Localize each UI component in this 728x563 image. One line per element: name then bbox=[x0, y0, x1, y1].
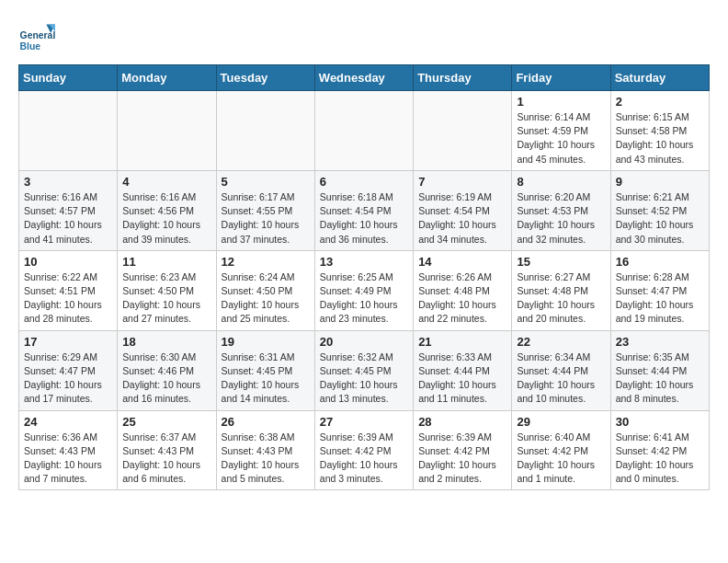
day-info: Sunrise: 6:25 AM Sunset: 4:49 PM Dayligh… bbox=[320, 270, 408, 327]
day-info: Sunrise: 6:38 AM Sunset: 4:43 PM Dayligh… bbox=[222, 431, 310, 487]
day-info: Sunrise: 6:39 AM Sunset: 4:42 PM Dayligh… bbox=[320, 431, 408, 487]
day-number: 3 bbox=[24, 175, 112, 189]
day-number: 20 bbox=[320, 335, 408, 349]
day-number: 12 bbox=[222, 255, 310, 269]
day-number: 10 bbox=[24, 255, 112, 269]
calendar-cell: 29Sunrise: 6:40 AM Sunset: 4:42 PM Dayli… bbox=[512, 410, 610, 490]
day-number: 30 bbox=[616, 415, 704, 429]
day-info: Sunrise: 6:27 AM Sunset: 4:48 PM Dayligh… bbox=[517, 270, 605, 327]
day-number: 21 bbox=[418, 335, 506, 349]
day-info: Sunrise: 6:29 AM Sunset: 4:47 PM Dayligh… bbox=[24, 350, 112, 407]
calendar-cell: 6Sunrise: 6:18 AM Sunset: 4:54 PM Daylig… bbox=[314, 170, 413, 250]
week-row-3: 10Sunrise: 6:22 AM Sunset: 4:51 PM Dayli… bbox=[19, 250, 710, 330]
day-info: Sunrise: 6:36 AM Sunset: 4:43 PM Dayligh… bbox=[24, 431, 112, 487]
day-number: 6 bbox=[320, 175, 408, 189]
weekday-header-row: SundayMondayTuesdayWednesdayThursdayFrid… bbox=[19, 65, 710, 91]
day-info: Sunrise: 6:37 AM Sunset: 4:43 PM Dayligh… bbox=[122, 431, 210, 487]
day-info: Sunrise: 6:21 AM Sunset: 4:52 PM Dayligh… bbox=[616, 190, 704, 247]
day-number: 1 bbox=[517, 95, 605, 109]
day-info: Sunrise: 6:19 AM Sunset: 4:54 PM Dayligh… bbox=[418, 190, 506, 247]
day-number: 27 bbox=[320, 415, 408, 429]
page-header: General Blue bbox=[18, 18, 710, 55]
calendar-cell: 21Sunrise: 6:33 AM Sunset: 4:44 PM Dayli… bbox=[414, 330, 512, 410]
calendar-cell: 18Sunrise: 6:30 AM Sunset: 4:46 PM Dayli… bbox=[118, 330, 216, 410]
calendar-cell: 13Sunrise: 6:25 AM Sunset: 4:49 PM Dayli… bbox=[314, 250, 413, 330]
calendar-cell: 1Sunrise: 6:14 AM Sunset: 4:59 PM Daylig… bbox=[512, 91, 610, 171]
calendar-cell: 7Sunrise: 6:19 AM Sunset: 4:54 PM Daylig… bbox=[414, 170, 512, 250]
day-info: Sunrise: 6:20 AM Sunset: 4:53 PM Dayligh… bbox=[517, 190, 605, 247]
day-number: 11 bbox=[122, 255, 210, 269]
day-info: Sunrise: 6:18 AM Sunset: 4:54 PM Dayligh… bbox=[320, 190, 408, 247]
weekday-header-friday: Friday bbox=[512, 65, 610, 91]
day-info: Sunrise: 6:30 AM Sunset: 4:46 PM Dayligh… bbox=[122, 350, 210, 407]
day-number: 17 bbox=[24, 335, 112, 349]
day-info: Sunrise: 6:15 AM Sunset: 4:58 PM Dayligh… bbox=[616, 110, 704, 167]
calendar-cell: 3Sunrise: 6:16 AM Sunset: 4:57 PM Daylig… bbox=[19, 170, 118, 250]
calendar-cell bbox=[216, 91, 314, 171]
day-number: 28 bbox=[418, 415, 506, 429]
day-info: Sunrise: 6:39 AM Sunset: 4:42 PM Dayligh… bbox=[418, 431, 506, 487]
week-row-1: 1Sunrise: 6:14 AM Sunset: 4:59 PM Daylig… bbox=[19, 91, 710, 171]
day-info: Sunrise: 6:16 AM Sunset: 4:56 PM Dayligh… bbox=[122, 190, 210, 247]
calendar-cell bbox=[414, 91, 512, 171]
calendar-cell: 2Sunrise: 6:15 AM Sunset: 4:58 PM Daylig… bbox=[610, 91, 709, 171]
calendar-cell: 23Sunrise: 6:35 AM Sunset: 4:44 PM Dayli… bbox=[610, 330, 709, 410]
svg-text:General: General bbox=[20, 30, 55, 40]
weekday-header-tuesday: Tuesday bbox=[216, 65, 314, 91]
calendar-cell: 20Sunrise: 6:32 AM Sunset: 4:45 PM Dayli… bbox=[314, 330, 413, 410]
day-number: 18 bbox=[122, 335, 210, 349]
calendar-cell: 28Sunrise: 6:39 AM Sunset: 4:42 PM Dayli… bbox=[414, 410, 512, 490]
day-number: 25 bbox=[122, 415, 210, 429]
day-info: Sunrise: 6:40 AM Sunset: 4:42 PM Dayligh… bbox=[517, 431, 605, 487]
weekday-header-saturday: Saturday bbox=[610, 65, 709, 91]
day-info: Sunrise: 6:24 AM Sunset: 4:50 PM Dayligh… bbox=[222, 270, 310, 327]
calendar-cell bbox=[19, 91, 118, 171]
calendar-cell: 19Sunrise: 6:31 AM Sunset: 4:45 PM Dayli… bbox=[216, 330, 314, 410]
week-row-4: 17Sunrise: 6:29 AM Sunset: 4:47 PM Dayli… bbox=[19, 330, 710, 410]
calendar-cell: 12Sunrise: 6:24 AM Sunset: 4:50 PM Dayli… bbox=[216, 250, 314, 330]
day-number: 15 bbox=[517, 255, 605, 269]
calendar-cell: 10Sunrise: 6:22 AM Sunset: 4:51 PM Dayli… bbox=[19, 250, 118, 330]
calendar-cell: 5Sunrise: 6:17 AM Sunset: 4:55 PM Daylig… bbox=[216, 170, 314, 250]
day-info: Sunrise: 6:32 AM Sunset: 4:45 PM Dayligh… bbox=[320, 350, 408, 407]
svg-text:Blue: Blue bbox=[20, 41, 41, 52]
day-info: Sunrise: 6:41 AM Sunset: 4:42 PM Dayligh… bbox=[616, 431, 704, 487]
day-number: 5 bbox=[222, 175, 310, 189]
day-info: Sunrise: 6:35 AM Sunset: 4:44 PM Dayligh… bbox=[616, 350, 704, 407]
calendar-cell: 4Sunrise: 6:16 AM Sunset: 4:56 PM Daylig… bbox=[118, 170, 216, 250]
day-number: 14 bbox=[418, 255, 506, 269]
day-info: Sunrise: 6:16 AM Sunset: 4:57 PM Dayligh… bbox=[24, 190, 112, 247]
day-info: Sunrise: 6:33 AM Sunset: 4:44 PM Dayligh… bbox=[418, 350, 506, 407]
day-info: Sunrise: 6:28 AM Sunset: 4:47 PM Dayligh… bbox=[616, 270, 704, 327]
day-info: Sunrise: 6:17 AM Sunset: 4:55 PM Dayligh… bbox=[222, 190, 310, 247]
day-number: 23 bbox=[616, 335, 704, 349]
day-info: Sunrise: 6:14 AM Sunset: 4:59 PM Dayligh… bbox=[517, 110, 605, 167]
calendar-cell: 27Sunrise: 6:39 AM Sunset: 4:42 PM Dayli… bbox=[314, 410, 413, 490]
day-number: 4 bbox=[122, 175, 210, 189]
calendar-table: SundayMondayTuesdayWednesdayThursdayFrid… bbox=[18, 64, 710, 490]
calendar-cell: 25Sunrise: 6:37 AM Sunset: 4:43 PM Dayli… bbox=[118, 410, 216, 490]
day-number: 29 bbox=[517, 415, 605, 429]
day-info: Sunrise: 6:34 AM Sunset: 4:44 PM Dayligh… bbox=[517, 350, 605, 407]
day-number: 8 bbox=[517, 175, 605, 189]
day-number: 13 bbox=[320, 255, 408, 269]
day-number: 2 bbox=[616, 95, 704, 109]
week-row-5: 24Sunrise: 6:36 AM Sunset: 4:43 PM Dayli… bbox=[19, 410, 710, 490]
calendar-cell: 22Sunrise: 6:34 AM Sunset: 4:44 PM Dayli… bbox=[512, 330, 610, 410]
weekday-header-monday: Monday bbox=[118, 65, 216, 91]
day-number: 9 bbox=[616, 175, 704, 189]
day-info: Sunrise: 6:22 AM Sunset: 4:51 PM Dayligh… bbox=[24, 270, 112, 327]
day-number: 24 bbox=[24, 415, 112, 429]
day-number: 26 bbox=[222, 415, 310, 429]
weekday-header-wednesday: Wednesday bbox=[314, 65, 413, 91]
calendar-cell: 8Sunrise: 6:20 AM Sunset: 4:53 PM Daylig… bbox=[512, 170, 610, 250]
calendar-cell: 24Sunrise: 6:36 AM Sunset: 4:43 PM Dayli… bbox=[19, 410, 118, 490]
calendar-cell: 9Sunrise: 6:21 AM Sunset: 4:52 PM Daylig… bbox=[610, 170, 709, 250]
day-number: 22 bbox=[517, 335, 605, 349]
weekday-header-sunday: Sunday bbox=[19, 65, 118, 91]
calendar-cell: 26Sunrise: 6:38 AM Sunset: 4:43 PM Dayli… bbox=[216, 410, 314, 490]
logo: General Blue bbox=[18, 18, 59, 55]
calendar-cell bbox=[314, 91, 413, 171]
weekday-header-thursday: Thursday bbox=[414, 65, 512, 91]
day-number: 19 bbox=[222, 335, 310, 349]
